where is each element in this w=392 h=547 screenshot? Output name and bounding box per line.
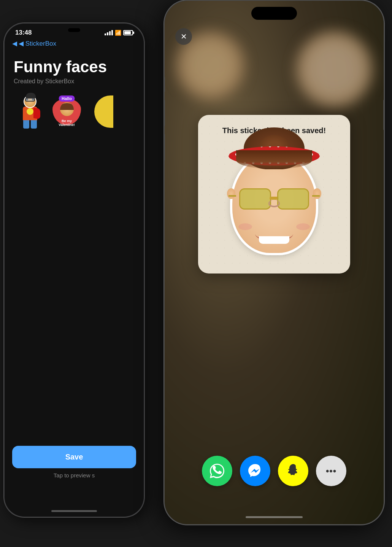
close-icon: ✕ [181, 32, 187, 41]
nav-back-label: ◀ StickerBox [19, 40, 56, 48]
status-time: 13:48 [15, 29, 32, 37]
side-button-left-mute[interactable] [165, 77, 165, 92]
status-icons: 📶 [105, 30, 133, 36]
share-more-button[interactable]: ••• [316, 456, 346, 486]
share-whatsapp-button[interactable]: 📱 [202, 456, 232, 486]
dynamic-island-front [251, 7, 297, 20]
nose [268, 200, 280, 207]
share-buttons-row: 📱 ••• [165, 456, 384, 486]
whatsapp-logo [209, 463, 225, 479]
tap-preview-text: Tap to preview s [12, 472, 136, 479]
sticker-item-2[interactable]: Hallo Be myValentine! [51, 95, 83, 128]
close-button[interactable]: ✕ [175, 28, 192, 45]
home-indicator-back [51, 510, 97, 512]
memoji-face [225, 146, 324, 261]
signal-icon [105, 30, 113, 35]
sticker-item-1[interactable] [14, 95, 46, 128]
bangs [236, 150, 312, 169]
sticker-saved-card: This sticker has been saved! [198, 115, 350, 274]
back-phone-content: Funny faces Created by StickerBox [5, 51, 144, 135]
save-button-container: Save Tap to preview s [12, 446, 136, 479]
page-subtitle: Created by StickerBox [14, 78, 135, 85]
face-shape [232, 154, 316, 253]
snapchat-logo [285, 463, 302, 479]
save-button[interactable]: Save [12, 446, 136, 468]
sticker-item-3[interactable] [87, 95, 120, 128]
hallo-bubble: Hallo [59, 95, 75, 102]
yellow-sticker [94, 95, 113, 128]
glasses-right-lens [277, 188, 309, 210]
sticker-image [221, 143, 327, 264]
back-arrow-icon: ◀ [12, 40, 17, 48]
blurred-face-right [296, 31, 372, 107]
wifi-icon: 📶 [115, 30, 121, 36]
glasses-left-lens [239, 188, 271, 210]
side-button-right[interactable] [383, 100, 384, 130]
nav-back-button[interactable]: ◀ ◀ StickerBox [5, 38, 144, 51]
share-messenger-button[interactable] [240, 456, 270, 486]
page-title: Funny faces [14, 58, 135, 76]
battery-icon [123, 30, 133, 35]
home-indicator-front [246, 516, 303, 518]
phone-front: ✕ This sticker has been saved! [164, 0, 384, 525]
side-button-left-vol-down[interactable] [165, 134, 165, 161]
side-button-left-vol-up[interactable] [165, 100, 165, 126]
sticker-pack-row: Hallo Be myValentine! [14, 95, 135, 128]
messenger-logo [247, 463, 263, 479]
share-snapchat-button[interactable] [278, 456, 308, 486]
more-dots-icon: ••• [326, 466, 336, 476]
dynamic-island-back [68, 28, 80, 32]
phone-back: 13:48 📶 ◀ ◀ StickerBox Funny faces Creat [4, 23, 144, 517]
teeth [259, 236, 289, 244]
